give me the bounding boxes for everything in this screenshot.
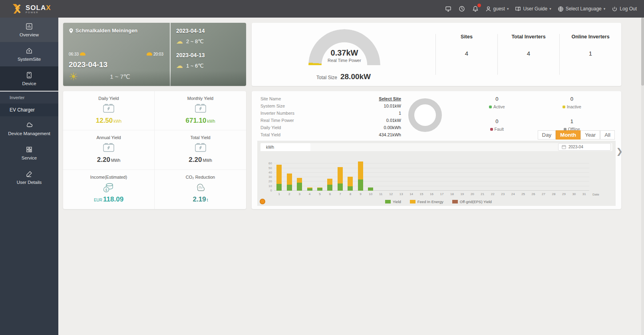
stacked-bar[interactable] [470, 159, 475, 191]
y-tick-label: 40 [268, 170, 274, 174]
svg-text:$: $ [105, 187, 107, 191]
stacked-bar[interactable] [561, 159, 566, 191]
stacked-bar[interactable] [531, 159, 536, 191]
stacked-bar[interactable] [399, 159, 404, 191]
sun-cloud-weather-icon: ☀ [69, 72, 78, 82]
summary-columns: Sites4Total Inverters4Online Inverters1 [435, 23, 621, 86]
summary-column-value: 4 [498, 50, 559, 57]
logout-button[interactable]: Log Out [612, 6, 637, 12]
range-toggle-all[interactable]: All [600, 130, 615, 140]
stacked-bar[interactable] [500, 159, 505, 191]
summary-column-label: Online Inverters [560, 34, 621, 40]
stacked-bar[interactable] [368, 159, 373, 191]
language-menu[interactable]: Select Language ▾ [558, 6, 606, 12]
monitor-icon[interactable] [445, 5, 452, 12]
range-toggle-day[interactable]: Day [538, 130, 556, 140]
stacked-bar[interactable] [307, 159, 312, 191]
x-tick-label: 11 [376, 192, 386, 196]
stacked-bar[interactable] [327, 159, 332, 191]
stacked-bar[interactable] [297, 159, 302, 191]
x-tick-label: 25 [518, 192, 528, 196]
stacked-bar[interactable] [449, 159, 455, 191]
bar-slot: 10 [366, 159, 376, 191]
sidebar-item-ev-charger[interactable]: EV Charger [0, 104, 58, 116]
stat-tile: CO₂ ReductionO₂2.19t [155, 170, 246, 209]
weather-today-panel: Schmalkalden Meiningen 06:33 20:03 2023-… [63, 23, 169, 86]
stacked-bar[interactable] [439, 159, 444, 191]
site-info-value: 434.21kWh [379, 132, 401, 137]
x-tick-label: 4 [304, 192, 314, 196]
next-site-arrow[interactable]: ❯ [616, 146, 623, 156]
stacked-bar[interactable] [511, 159, 516, 191]
tab-kwh[interactable]: kWh [260, 143, 310, 151]
stacked-bar[interactable] [348, 159, 353, 191]
stacked-bar[interactable] [419, 159, 424, 191]
stacked-bar[interactable] [551, 159, 556, 191]
range-toggle-month[interactable]: Month [556, 130, 580, 140]
history-icon[interactable] [458, 5, 465, 12]
yield-icon [63, 142, 154, 154]
bar-slot: 20 [467, 159, 477, 191]
y-tick-label: 0 [270, 189, 274, 192]
weather-today-date: 2023-04-13 [69, 60, 163, 69]
summary-column-label: Sites [436, 34, 497, 40]
stacked-bar[interactable] [490, 159, 495, 191]
site-info-value: 0.01kW [386, 118, 401, 123]
stacked-bar[interactable] [338, 159, 343, 191]
date-picker[interactable]: 2023-04 [558, 143, 611, 151]
stat-value-unit: MWh [111, 158, 120, 163]
stacked-bar[interactable] [358, 159, 363, 191]
stacked-bar[interactable] [276, 159, 282, 191]
user-menu[interactable]: guest ▾ [485, 6, 509, 12]
x-tick-label: 31 [579, 192, 589, 196]
stacked-bar[interactable] [388, 159, 394, 191]
sidebar-item-overview[interactable]: Overview [0, 18, 58, 42]
user-guide-menu[interactable]: User Guide ▾ [515, 6, 551, 12]
range-toggle-year[interactable]: Year [580, 130, 600, 140]
select-site-link[interactable]: Select Site [379, 96, 401, 101]
page-scrollbar[interactable] [641, 18, 644, 335]
service-icon [26, 146, 33, 153]
stacked-bar[interactable] [582, 159, 587, 191]
stat-value: 2.20MWh [63, 156, 154, 164]
bar-slot: 27 [539, 159, 549, 191]
stacked-bar[interactable] [480, 159, 485, 191]
stacked-bar[interactable] [429, 159, 434, 191]
stat-value: 12.50kWh [63, 117, 154, 125]
stacked-bar[interactable] [378, 159, 384, 191]
stacked-bar[interactable] [409, 159, 414, 191]
notification-bell-icon[interactable] [472, 5, 479, 12]
stacked-bar[interactable] [521, 159, 526, 191]
sidebar-item-inverter[interactable]: Inverter [0, 92, 58, 104]
site-info-row: Daily Yield0.00kWh [260, 124, 401, 131]
stacked-bar[interactable] [287, 159, 292, 191]
status-donut-chart [408, 98, 442, 132]
bar-slot: 3 [294, 159, 304, 191]
yield-icon [155, 142, 246, 154]
bar-segment-yield [348, 186, 353, 191]
bar-slot: 17 [437, 159, 447, 191]
stat-value-unit: MWh [203, 158, 212, 163]
stat-value-unit: kWh [113, 119, 121, 124]
overview-icon [26, 23, 33, 30]
sidebar-item-systemsite[interactable]: SystemSite [0, 42, 58, 66]
stacked-bar[interactable] [317, 159, 322, 191]
x-tick-label: 26 [528, 192, 538, 196]
stacked-bar[interactable] [571, 159, 576, 191]
sidebar-item-device-management[interactable]: Device Management [0, 116, 58, 141]
bar-slot: 29 [559, 159, 569, 191]
stat-value: 671.10kWh [155, 117, 246, 125]
chart-marker-icon[interactable] [260, 199, 265, 204]
sidebar-item-device[interactable]: Device [0, 66, 58, 91]
weather-forecast-panel: 2023-04-14 ☁2 ~ 8℃ 2023-04-13 ☁1 ~ 6℃ [170, 23, 246, 86]
stacked-bar[interactable] [541, 159, 546, 191]
sidebar-item-user-details[interactable]: User Details [0, 165, 58, 189]
stat-tile: Daily Yield12.50kWh [63, 91, 155, 130]
bar-slot: 28 [549, 159, 559, 191]
scrollbar-thumb[interactable] [641, 18, 644, 86]
x-tick-label: 10 [366, 192, 376, 196]
yield-stats-card: Daily Yield12.50kWhMonthly Yield671.10kW… [63, 91, 246, 209]
income-icon: $ [63, 182, 154, 194]
sidebar-item-service[interactable]: Service [0, 141, 58, 165]
stacked-bar[interactable] [459, 159, 465, 191]
